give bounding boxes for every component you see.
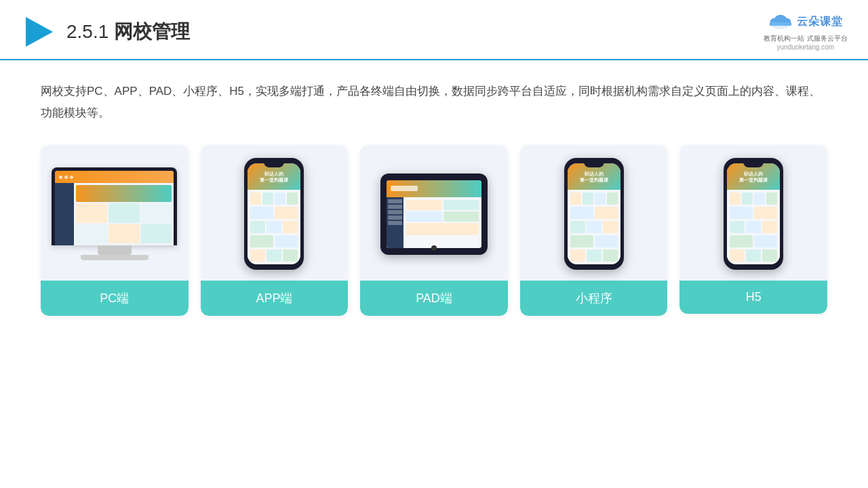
card-miniprogram: 职达人的第一堂判题课 [520,145,668,316]
logo-domain: yunduoketang.com [777,43,835,51]
play-icon [20,14,56,49]
device-tablet [380,174,488,255]
card-pc: PC端 [41,145,189,316]
card-h5-label: H5 [679,281,827,314]
card-pc-label: PC端 [41,281,189,316]
device-phone-h5: 职达人的第一堂判题课 [724,158,783,270]
logo-area: 云朵课堂 教育机构一站 式服务云平台 yunduoketang.com [764,12,848,51]
svg-marker-0 [26,17,53,47]
desktop-screen-inner [55,171,174,245]
card-pad: PAD端 [360,145,508,316]
card-pad-image-area [360,145,508,281]
card-h5: 职达人的第一堂判题课 [679,145,827,314]
logo-cloud: 云朵课堂 [768,12,843,31]
brand-name: 云朵课堂 [797,15,843,29]
svg-rect-9 [770,22,791,26]
card-pad-label: PAD端 [360,281,508,316]
page-title: 2.5.1 网校管理 [66,19,190,45]
desktop-screen-outer [52,167,177,245]
header-left: 2.5.1 网校管理 [20,14,190,49]
description-text: 网校支持PC、APP、PAD、小程序、H5，实现多端打通，产品各终端自由切换，数… [41,81,827,125]
logo-tagline: 教育机构一站 式服务云平台 [764,31,848,43]
card-app: 职达人的第一堂判题课 [201,145,349,316]
card-h5-image-area: 职达人的第一堂判题课 [679,145,827,281]
card-app-label: APP端 [201,281,349,316]
card-miniprogram-label: 小程序 [520,281,668,316]
card-miniprogram-image-area: 职达人的第一堂判题课 [520,145,668,281]
cards-row: PC端 职达人的第一堂判题课 [41,145,827,316]
main-content: 网校支持PC、APP、PAD、小程序、H5，实现多端打通，产品各终端自由切换，数… [0,60,868,329]
card-pc-image-area [41,145,189,281]
device-phone-mini: 职达人的第一堂判题课 [564,158,624,270]
device-desktop [52,167,177,260]
cloud-logo-icon [768,12,793,31]
header: 2.5.1 网校管理 云朵课堂 教育机构一站 式服务云平台 [0,0,868,60]
card-app-image-area: 职达人的第一堂判题课 [201,145,349,281]
device-phone-app: 职达人的第一堂判题课 [244,158,304,270]
